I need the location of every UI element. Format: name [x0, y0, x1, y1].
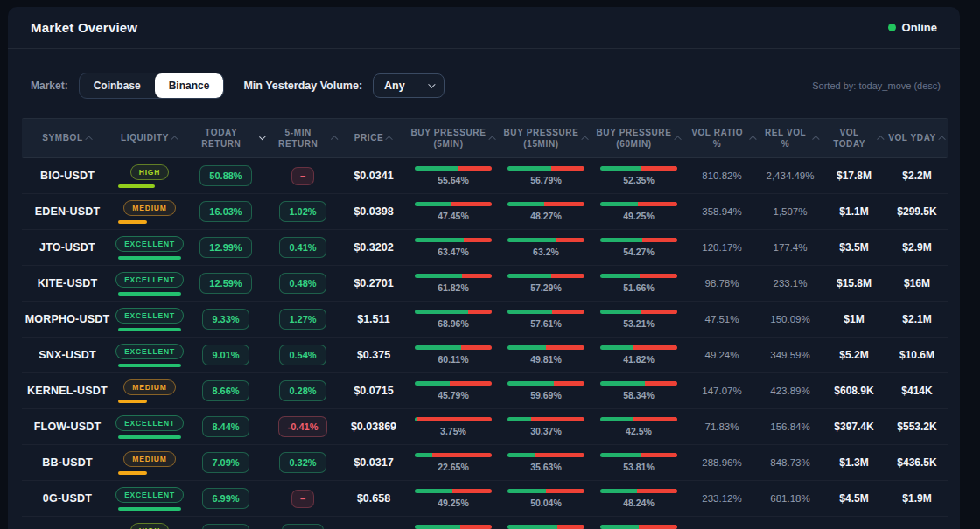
buy-pressure-value: 59.69%	[530, 390, 562, 400]
vol-yday-cell: $2.1M	[886, 313, 948, 325]
column-header-buy-pressure-60min-[interactable]: BUY PRESSURE (60MIN)	[592, 122, 685, 156]
column-header-vol-today[interactable]: VOL TODAY	[822, 122, 886, 156]
five-min-return-badge: 0.3%	[282, 524, 323, 529]
today-return-cell: 6.84%	[186, 524, 265, 529]
vol-yday-value: $436.5K	[897, 456, 936, 469]
bar-green-segment	[415, 238, 464, 242]
price-value: $0.3202	[354, 241, 393, 254]
column-header-buy-pressure-5min-[interactable]: BUY PRESSURE (5MIN)	[407, 122, 500, 156]
bar-green-segment	[508, 345, 546, 350]
vol-ratio-cell: 147.07%	[685, 386, 759, 396]
buy-pressure-bar	[600, 166, 677, 171]
market-option-coinbase[interactable]: Coinbase	[80, 73, 155, 98]
bar-red-segment	[639, 525, 677, 529]
today-return-cell: 8.66%	[186, 380, 265, 401]
five-min-return-cell: 0.41%	[265, 237, 340, 258]
bar-red-segment	[417, 417, 492, 421]
vol-yday-value: $414K	[901, 385, 932, 397]
symbol-label: BB-USDT	[42, 456, 93, 469]
sort-asc-icon	[488, 136, 495, 143]
table-row[interactable]: SNX-USDTEXCELLENT9.01%0.54%$0.37560.11%4…	[22, 338, 948, 373]
liquidity-meter-bar	[118, 435, 181, 439]
table-row[interactable]: KERNEL-USDTMEDIUM8.66%0.28%$0.071545.79%…	[22, 373, 948, 409]
column-label: TODAY RETURN	[188, 127, 255, 150]
liquidity-cell: EXCELLENT	[113, 272, 186, 296]
price-cell: $0.0398	[340, 205, 407, 218]
column-header-buy-pressure-15min-[interactable]: BUY PRESSURE (15MIN)	[500, 122, 592, 156]
buy-pressure-60min-cell: 50.2%	[592, 525, 685, 529]
buy-pressure-bar	[600, 310, 677, 314]
liquidity-meter-bar	[118, 184, 155, 188]
table-row[interactable]: MITO-USDTHIGH6.84%0.3%$0.041359.3%64.9%5…	[22, 517, 948, 529]
bar-green-segment	[600, 453, 641, 457]
vol-today-value: $5.2M	[839, 349, 868, 361]
buy-pressure-15min-cell: 59.69%	[500, 381, 592, 400]
buy-pressure-5min-cell: 45.79%	[407, 381, 500, 400]
column-header-symbol[interactable]: SYMBOL	[22, 127, 113, 150]
column-header-rel-vol-[interactable]: REL VOL %	[759, 122, 822, 156]
vol-today-value: $1.3M	[839, 456, 868, 469]
bar-green-segment	[415, 381, 450, 386]
column-header-5-min-return[interactable]: 5-MIN RETURN	[265, 122, 340, 156]
vol-yday-cell: $553.2K	[886, 421, 948, 433]
bar-green-segment	[600, 274, 640, 278]
table-row[interactable]: JTO-USDTEXCELLENT12.99%0.41%$0.320263.47…	[22, 230, 948, 266]
bar-red-segment	[551, 274, 584, 278]
five-min-return-cell: 0.32%	[265, 452, 340, 473]
market-option-binance[interactable]: Binance	[155, 73, 224, 98]
column-header-vol-yday[interactable]: VOL YDAY	[886, 127, 948, 150]
column-header-today-return[interactable]: TODAY RETURN	[186, 122, 265, 156]
buy-pressure-15min-cell: 35.63%	[500, 453, 592, 472]
buy-pressure-value: 63.47%	[438, 247, 469, 257]
bar-red-segment	[544, 202, 584, 206]
rel-vol-cell: 233.1%	[759, 278, 822, 289]
table-row[interactable]: 0G-USDTEXCELLENT6.99%–$0.65849.25%50.04%…	[22, 481, 948, 517]
liquidity-badge: EXCELLENT	[116, 344, 184, 359]
vol-yday-value: $1.9M	[902, 492, 931, 505]
buy-pressure-15min-cell: 57.29%	[500, 274, 592, 293]
sort-asc-icon	[674, 136, 681, 143]
today-return-badge: 12.59%	[200, 273, 251, 294]
vol-today-cell: $608.9K	[822, 385, 886, 397]
rel-vol-cell: 1,507%	[759, 206, 822, 217]
table-row[interactable]: BB-USDTMEDIUM7.09%0.32%$0.031722.65%35.6…	[22, 445, 948, 481]
column-header-vol-ratio-[interactable]: VOL RATIO %	[685, 122, 759, 156]
column-label: VOL RATIO %	[687, 127, 747, 150]
market-segmented-control: CoinbaseBinance	[79, 73, 225, 99]
rel-vol-value: 233.1%	[773, 278, 807, 289]
table-row[interactable]: KITE-USDTEXCELLENT12.59%0.48%$0.270161.8…	[22, 266, 948, 302]
table-row[interactable]: BIO-USDTHIGH50.88%–$0.034155.64%56.79%52…	[22, 158, 948, 194]
rel-vol-cell: 681.18%	[759, 493, 822, 504]
buy-pressure-bar	[600, 525, 677, 529]
buy-pressure-value: 56.79%	[530, 175, 562, 185]
liquidity-meter-bar	[118, 220, 147, 224]
table-row[interactable]: EDEN-USDTMEDIUM16.03%1.02%$0.039847.45%4…	[22, 194, 948, 230]
column-header-price[interactable]: PRICE	[340, 127, 407, 150]
vol-ratio-cell: 47.51%	[685, 314, 759, 324]
vol-yday-cell: $299.5K	[886, 205, 948, 218]
buy-pressure-5min-cell: 68.96%	[407, 310, 500, 329]
bar-red-segment	[633, 345, 677, 350]
price-value: $0.0341	[354, 170, 393, 182]
bar-green-segment	[508, 417, 531, 421]
table-header-row: SYMBOLLIQUIDITYTODAY RETURN5-MIN RETURNP…	[22, 118, 948, 158]
column-label: BUY PRESSURE (60MIN)	[597, 127, 672, 150]
liquidity-indicator: MEDIUM	[118, 379, 181, 403]
buy-pressure-60min-cell: 53.21%	[592, 310, 685, 329]
vol-ratio-cell: 120.17%	[685, 242, 759, 253]
column-header-liquidity[interactable]: LIQUIDITY	[113, 127, 186, 150]
bar-green-segment	[600, 202, 638, 206]
no-data-dash-badge: –	[291, 167, 314, 185]
buy-pressure-bar	[415, 489, 492, 493]
table-row[interactable]: MORPHO-USDTEXCELLENT9.33%1.27%$1.51168.9…	[22, 302, 948, 338]
price-value: $0.658	[357, 492, 390, 505]
buy-pressure-bar	[508, 202, 584, 206]
buy-pressure-bar	[508, 489, 584, 493]
buy-pressure-bar	[600, 417, 677, 421]
vol-ratio-cell: 288.96%	[685, 457, 759, 468]
rel-vol-cell: 2,434.49%	[759, 171, 822, 181]
table-row[interactable]: FLOW-USDTEXCELLENT8.44%-0.41%$0.038693.7…	[22, 409, 948, 445]
symbol-cell: KITE-USDT	[22, 277, 113, 289]
five-min-return-badge: 0.28%	[279, 380, 326, 401]
min-volume-select[interactable]: Any	[373, 73, 444, 98]
